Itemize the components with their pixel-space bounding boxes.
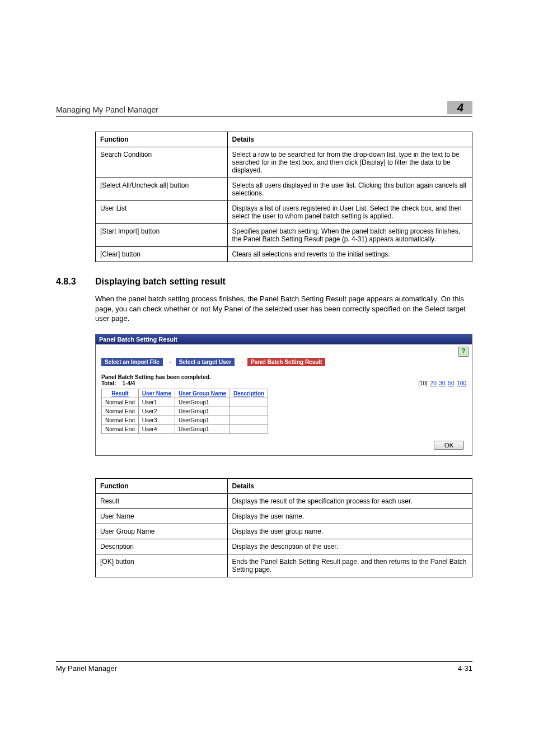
- cell-user: User2: [138, 407, 175, 416]
- cell-user: User4: [138, 424, 175, 433]
- table-row: Description Displays the description of …: [96, 539, 472, 554]
- table-row: User List Displays a list of users regis…: [96, 201, 472, 224]
- section-number: 4.8.3: [56, 277, 95, 287]
- cell-result: Normal End: [102, 407, 139, 416]
- page-header-title: Managing My Panel Manager: [56, 105, 158, 114]
- footer-right: 4-31: [458, 664, 472, 673]
- table2-head-function: Function: [96, 478, 228, 493]
- func-cell: [Clear] button: [96, 247, 228, 262]
- det-cell: Clears all selections and reverts to the…: [227, 247, 472, 262]
- tab-select-target-user[interactable]: Select a target User: [176, 358, 235, 366]
- section-heading: 4.8.3 Displaying batch setting result: [56, 277, 472, 287]
- det-cell: Displays a list of users registered in U…: [227, 201, 472, 224]
- total-value: 1-4/4: [123, 380, 135, 386]
- table-row: Normal End User3 UserGroup1: [102, 416, 268, 424]
- func-cell: User Name: [96, 508, 228, 524]
- table-row: [Select All/Uncheck all] button Selects …: [96, 178, 472, 201]
- table2-head-details: Details: [227, 478, 472, 493]
- cell-desc: [230, 424, 268, 433]
- func-cell: [OK] button: [96, 554, 228, 577]
- chevron-right-icon: →: [238, 358, 244, 365]
- det-cell: Displays the description of the user.: [227, 539, 472, 554]
- chevron-right-icon: →: [166, 358, 172, 365]
- page-header-badge: 4: [447, 101, 472, 114]
- table-row: Normal End User1 UserGroup1: [102, 398, 268, 407]
- ok-button[interactable]: OK: [434, 441, 464, 450]
- table-row: [Clear] button Clears all selections and…: [96, 247, 472, 262]
- col-user[interactable]: User Name: [138, 389, 175, 398]
- pager-30[interactable]: 30: [439, 380, 446, 386]
- table-row: Normal End User2 UserGroup1: [102, 407, 268, 416]
- table-row: User Name Displays the user name.: [96, 508, 472, 524]
- status-message: Panel Batch Setting has been completed.: [101, 374, 211, 380]
- pager-20[interactable]: 20: [430, 380, 437, 386]
- panel-batch-result-screenshot: Panel Batch Setting Result ? Select an I…: [95, 334, 472, 456]
- table-row: Normal End User4 UserGroup1: [102, 424, 268, 433]
- det-cell: Displays the result of the specification…: [227, 493, 472, 508]
- det-cell: Displays the user name.: [227, 508, 472, 524]
- cell-group: UserGroup1: [175, 416, 230, 424]
- table-row: [Start Import] button Specifies panel ba…: [96, 224, 472, 247]
- pager-100[interactable]: 100: [457, 380, 466, 386]
- section-title: Displaying batch setting result: [95, 277, 226, 287]
- cell-user: User3: [138, 416, 175, 424]
- help-icon[interactable]: ?: [458, 347, 469, 357]
- total-label: Total:: [101, 380, 116, 386]
- col-result[interactable]: Result: [102, 389, 139, 398]
- col-group[interactable]: User Group Name: [175, 389, 230, 398]
- pager-50[interactable]: 50: [448, 380, 454, 386]
- func-cell: User Group Name: [96, 524, 228, 539]
- breadcrumb: Select an Import File → Select a target …: [101, 358, 466, 366]
- table-row: Search Condition Select a row to be sear…: [96, 147, 472, 178]
- det-cell: Selects all users displayed in the user …: [227, 178, 472, 201]
- header-rule: [56, 116, 472, 117]
- table1-head-details: Details: [227, 132, 472, 147]
- func-cell: [Start Import] button: [96, 224, 228, 247]
- section-body: When the panel batch setting process fin…: [95, 294, 472, 324]
- det-cell: Ends the Panel Batch Setting Result page…: [227, 554, 472, 577]
- func-cell: Result: [96, 493, 228, 508]
- table-row: Result Displays the result of the specif…: [96, 493, 472, 508]
- table-row: User Group Name Displays the user group …: [96, 524, 472, 539]
- func-cell: Search Condition: [96, 147, 228, 178]
- func-cell: Description: [96, 539, 228, 554]
- table-row: [OK] button Ends the Panel Batch Setting…: [96, 554, 472, 577]
- page-header: Managing My Panel Manager 4: [56, 101, 472, 114]
- func-cell: [Select All/Uncheck all] button: [96, 178, 228, 201]
- status-message-block: Panel Batch Setting has been completed. …: [101, 374, 211, 386]
- pager-current: [10]: [418, 380, 428, 386]
- cell-user: User1: [138, 398, 175, 407]
- screenshot-titlebar: Panel Batch Setting Result: [96, 334, 472, 344]
- footer-left: My Panel Manager: [56, 664, 117, 673]
- det-cell: Specifies panel batch setting. When the …: [227, 224, 472, 247]
- col-desc[interactable]: Description: [230, 389, 268, 398]
- result-table: Result User Name User Group Name Descrip…: [101, 389, 268, 434]
- tab-select-import-file[interactable]: Select an Import File: [101, 358, 163, 366]
- cell-group: UserGroup1: [175, 424, 230, 433]
- cell-desc: [230, 398, 268, 407]
- page-footer: My Panel Manager 4-31: [56, 661, 472, 673]
- cell-result: Normal End: [102, 416, 139, 424]
- cell-desc: [230, 416, 268, 424]
- cell-desc: [230, 407, 268, 416]
- pager: [10] 20 30 50 100: [418, 380, 466, 386]
- cell-result: Normal End: [102, 424, 139, 433]
- cell-group: UserGroup1: [175, 407, 230, 416]
- func-cell: User List: [96, 201, 228, 224]
- function-table-2: Function Details Result Displays the res…: [95, 478, 472, 577]
- table1-head-function: Function: [96, 132, 228, 147]
- tab-panel-batch-setting-result[interactable]: Panel Batch Setting Result: [247, 358, 325, 366]
- cell-group: UserGroup1: [175, 398, 230, 407]
- function-table-1: Function Details Search Condition Select…: [95, 132, 472, 262]
- det-cell: Displays the user group name.: [227, 524, 472, 539]
- cell-result: Normal End: [102, 398, 139, 407]
- det-cell: Select a row to be searched for from the…: [227, 147, 472, 178]
